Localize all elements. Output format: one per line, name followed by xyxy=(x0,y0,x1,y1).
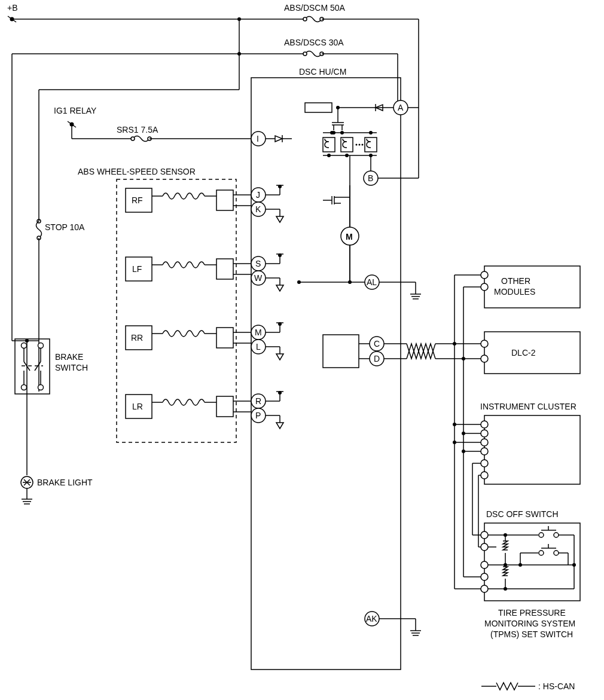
label-inst-cluster: INSTRUMENT CLUSTER xyxy=(480,402,576,411)
svg-point-220 xyxy=(481,573,488,580)
svg-point-196 xyxy=(481,355,488,362)
pin-D: D xyxy=(374,354,380,363)
svg-point-202 xyxy=(481,430,488,437)
svg-rect-49 xyxy=(251,78,401,670)
pin-R: R xyxy=(255,396,261,406)
svg-point-31 xyxy=(22,385,27,390)
label-hscan: : HS-CAN xyxy=(538,681,575,691)
label-srs1: SRS1 7.5A xyxy=(117,125,158,135)
label-brake-switch2: SWITCH xyxy=(55,363,88,372)
svg-point-217 xyxy=(481,543,488,551)
label-stop10a: STOP 10A xyxy=(45,222,85,232)
pin-J: J xyxy=(256,190,260,200)
pin-AK: AK xyxy=(366,614,377,623)
label-fuse50: ABS/DSCM 50A xyxy=(284,3,346,13)
svg-point-219 xyxy=(481,561,488,568)
svg-point-190 xyxy=(481,271,488,279)
svg-point-247 xyxy=(518,563,522,567)
svg-rect-28 xyxy=(15,339,50,394)
label-other-modules: OTHER xyxy=(501,276,530,286)
svg-rect-57 xyxy=(305,103,332,112)
svg-marker-156 xyxy=(276,354,283,360)
label-other-modules2: MODULES xyxy=(494,287,535,296)
svg-point-242 xyxy=(539,551,544,555)
label-rf: RF xyxy=(132,195,143,205)
svg-point-29 xyxy=(22,343,27,349)
label-tpms1: TIRE PRESSURE xyxy=(498,608,566,618)
svg-point-74 xyxy=(327,154,331,157)
pin-S: S xyxy=(255,259,261,268)
svg-point-234 xyxy=(539,533,544,537)
svg-marker-108 xyxy=(275,136,282,142)
pin-W: W xyxy=(254,273,263,283)
svg-point-191 xyxy=(481,283,488,291)
svg-rect-172 xyxy=(323,335,359,368)
svg-point-77 xyxy=(330,131,334,135)
svg-point-78 xyxy=(369,131,373,135)
svg-point-5 xyxy=(303,17,307,21)
svg-point-215 xyxy=(481,531,488,539)
pin-AL: AL xyxy=(367,277,377,287)
svg-point-206 xyxy=(481,448,488,455)
svg-point-30 xyxy=(38,343,44,349)
pin-C: C xyxy=(374,339,380,349)
label-lf: LF xyxy=(132,264,142,274)
label-brake-light: BRAKE LIGHT xyxy=(37,478,93,487)
label-dsc-hucm: DSC HU/CM xyxy=(299,67,346,77)
pin-L: L xyxy=(256,342,261,351)
svg-rect-115 xyxy=(216,190,233,210)
svg-marker-126 xyxy=(276,216,283,222)
svg-rect-145 xyxy=(216,328,233,348)
svg-point-240 xyxy=(572,563,576,567)
svg-marker-171 xyxy=(276,423,283,429)
svg-point-70 xyxy=(359,144,361,146)
pin-K: K xyxy=(255,204,261,214)
label-ig1: IG1 RELAY xyxy=(54,106,97,115)
wiring-diagram: +B ABS/DSCM 50A ABS/DSCS 30A STOP 10A BR… xyxy=(0,0,604,700)
svg-point-209 xyxy=(481,472,488,479)
label-brake-switch: BRAKE xyxy=(55,352,83,362)
label-abs-wss: ABS WHEEL-SPEED SENSOR xyxy=(78,167,196,176)
label-fuse30: ABS/DSCS 30A xyxy=(284,38,344,47)
svg-point-32 xyxy=(38,385,44,390)
svg-point-12 xyxy=(303,52,307,56)
svg-point-243 xyxy=(554,551,559,555)
svg-point-69 xyxy=(356,144,358,146)
label-tpms2: MONITORING SYSTEM xyxy=(484,619,575,628)
svg-marker-141 xyxy=(276,285,283,291)
svg-point-75 xyxy=(345,154,349,157)
svg-rect-130 xyxy=(216,259,233,279)
label-lr: LR xyxy=(132,402,143,411)
svg-rect-160 xyxy=(216,396,233,417)
label-dlc2: DLC-2 xyxy=(511,348,536,357)
label-dsc-off: DSC OFF SWITCH xyxy=(486,509,559,519)
svg-point-103 xyxy=(131,137,135,140)
label-rr: RR xyxy=(131,333,143,343)
svg-point-195 xyxy=(481,340,488,347)
svg-point-200 xyxy=(481,421,488,428)
svg-point-92 xyxy=(297,280,301,284)
svg-point-222 xyxy=(481,585,488,592)
pin-B: B xyxy=(368,173,373,183)
svg-point-208 xyxy=(481,460,488,467)
pin-I: I xyxy=(257,134,259,143)
pin-P: P xyxy=(255,411,261,420)
svg-point-71 xyxy=(362,144,364,146)
motor-icon: M xyxy=(346,232,353,242)
svg-rect-199 xyxy=(484,415,580,484)
svg-point-235 xyxy=(554,533,559,537)
label-tpms3: (TPMS) SET SWITCH xyxy=(490,629,573,639)
pin-M: M xyxy=(255,328,262,337)
pin-A: A xyxy=(398,103,404,112)
svg-point-204 xyxy=(481,439,488,446)
label-plus-b: +B xyxy=(7,3,18,13)
